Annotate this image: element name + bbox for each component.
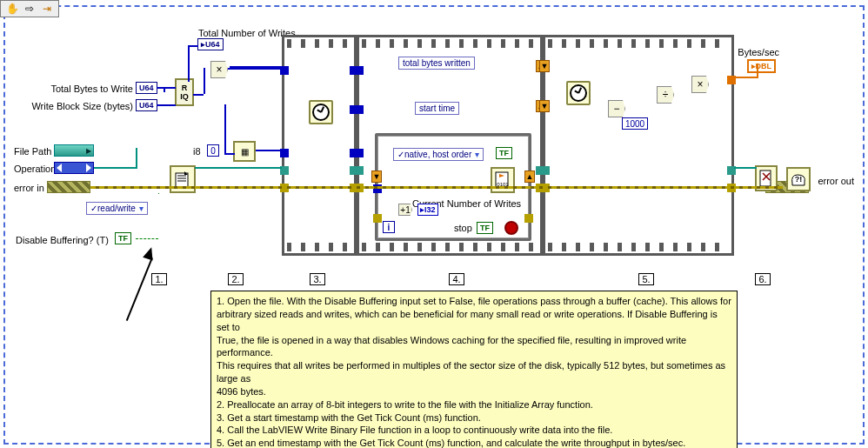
label-error-out: error out xyxy=(818,176,854,186)
constant-1000: 1000 xyxy=(622,117,648,130)
shift-register-right: ▲ xyxy=(524,171,535,183)
divide-node: ÷ xyxy=(657,86,674,104)
ring-start-time: start time xyxy=(415,102,459,115)
ring-read-write[interactable]: ✓read/write▾ xyxy=(86,202,148,215)
annotation-arrow xyxy=(126,257,153,321)
label-file-path: File Path xyxy=(14,146,51,157)
error-handler-node: ?! xyxy=(786,167,811,191)
seq-frame-1 xyxy=(282,35,357,256)
step-into-icon[interactable]: ⇥ xyxy=(39,3,55,15)
ring-byte-order[interactable]: ✓native, host order▾ xyxy=(393,148,484,161)
label-operation: Operation xyxy=(14,164,56,174)
control-total-bytes[interactable]: U64 xyxy=(136,82,157,94)
multiply-node-2: × xyxy=(691,76,709,93)
control-file-path[interactable]: ▶ xyxy=(54,144,94,157)
toolbar: ✋ ⇨ ⇥ xyxy=(0,0,59,17)
step-3-box: 3. xyxy=(310,273,325,285)
multiply-node: × xyxy=(210,61,228,78)
write-binary-file-node: 0101 xyxy=(491,167,515,193)
control-operation[interactable] xyxy=(54,162,94,174)
block-diagram: Total Number of Writes Total Bytes to Wr… xyxy=(3,5,865,445)
initialize-array-node: ▦ xyxy=(233,141,256,162)
description-box: 1. Open the file. With the Disable Buffe… xyxy=(210,291,738,448)
hand-tool-icon[interactable]: ✋ xyxy=(4,3,20,15)
label-i8: i8 xyxy=(193,146,201,157)
shift-register-left: ▼ xyxy=(371,171,382,183)
open-file-node xyxy=(170,165,196,193)
control-disable-buffering[interactable]: TF xyxy=(115,232,131,244)
label-bytes-sec: Bytes/sec xyxy=(738,47,779,57)
label-error-in: error in xyxy=(14,183,44,193)
indicator-current-writes: ▸I32 xyxy=(417,204,438,216)
label-total-bytes: Total Bytes to Write xyxy=(41,84,133,94)
increment-node: +1 xyxy=(398,204,412,216)
label-total-writes: Total Number of Writes xyxy=(198,28,296,38)
indicator-total-writes: ▸U64 xyxy=(197,38,224,50)
quotient-remainder-node: RIQ xyxy=(175,78,194,106)
label-stop: stop xyxy=(454,223,472,233)
flat-sequence: total bytes written start time ✓native, … xyxy=(282,35,734,256)
label-disable-buf: Disable Buffering? (T) xyxy=(16,235,109,245)
control-stop[interactable]: TF xyxy=(477,222,493,234)
svg-text:?!: ?! xyxy=(795,175,803,184)
step-5-box: 5. xyxy=(638,273,654,285)
tick-count-end-node xyxy=(566,81,591,105)
tick-count-start-node xyxy=(309,100,333,124)
control-block-size[interactable]: U64 xyxy=(136,99,157,111)
loop-iteration-terminal: i xyxy=(383,221,395,233)
indicator-bytes-sec: ▸DBL xyxy=(747,59,777,73)
run-arrow-icon[interactable]: ⇨ xyxy=(22,3,37,15)
step-4-box: 4. xyxy=(449,273,464,285)
step-1-box: 1. xyxy=(151,273,167,285)
label-block-size: Write Block Size (bytes) xyxy=(14,101,133,111)
seq-frame-2: total bytes written start time ✓native, … xyxy=(357,35,543,256)
subtract-node: − xyxy=(608,100,625,117)
constant-zero-i8: 0 xyxy=(207,144,219,157)
seq-frame-3: − ÷ × 1000 ▼ ▼ xyxy=(543,35,734,256)
annotation-arrow-head xyxy=(143,245,157,260)
constant-tf: TF xyxy=(496,147,512,159)
svg-rect-0 xyxy=(176,173,188,187)
control-error-in[interactable] xyxy=(47,181,90,193)
step-6-box: 6. xyxy=(755,273,771,285)
ring-total-bytes-written: total bytes written xyxy=(398,57,475,70)
step-2-box: 2. xyxy=(228,273,244,285)
loop-stop-terminal xyxy=(504,221,518,235)
